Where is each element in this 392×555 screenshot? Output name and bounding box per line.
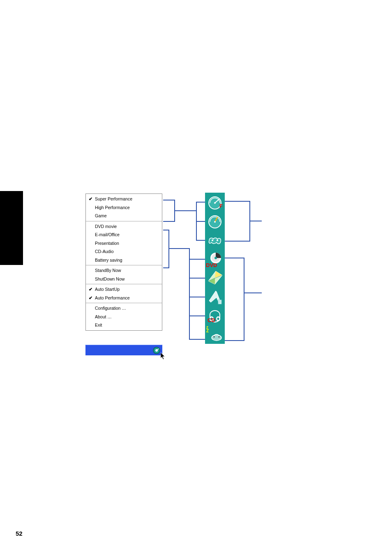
- check-placeholder: [88, 213, 93, 219]
- side-tab: [0, 191, 23, 265]
- menu-item-standby-now[interactable]: StandBy Now: [86, 266, 162, 275]
- menu-item-about[interactable]: About …: [86, 313, 162, 321]
- context-menu: ✔ Super Performance High Performance Gam…: [85, 193, 162, 331]
- menu-item-shutdown-now[interactable]: ShutDown Now: [86, 275, 162, 283]
- menu-item-email-office[interactable]: E-mail/Office: [86, 230, 162, 239]
- menu-group-auto: ✔ Auto StartUp ✔ Auto Performance: [86, 284, 162, 303]
- svg-text:F: F: [219, 203, 223, 209]
- menu-item-configuration[interactable]: Configuration …: [86, 304, 162, 313]
- connector-line: [189, 339, 205, 340]
- connector-line: [189, 278, 205, 279]
- menu-item-label: Auto StartUp: [95, 287, 120, 292]
- page-number: 52: [16, 530, 23, 537]
- connector-line: [196, 240, 205, 241]
- menu-item-auto-performance[interactable]: ✔ Auto Performance: [86, 294, 162, 302]
- connector-line: [174, 210, 197, 211]
- menu-item-label: StandBy Now: [95, 268, 121, 273]
- cursor-icon: [161, 352, 166, 361]
- check-placeholder: [88, 205, 93, 210]
- connector-line: [225, 258, 244, 258]
- connector-line: [168, 230, 169, 268]
- check-placeholder: [88, 305, 93, 311]
- svg-rect-19: [218, 300, 221, 304]
- check-placeholder: [88, 223, 93, 229]
- dvd-movie-icon: DVD: [205, 249, 225, 268]
- menu-item-exit[interactable]: Exit: [86, 321, 162, 329]
- check-placeholder: [88, 240, 93, 246]
- taskbar: [85, 345, 162, 355]
- connector-line: [244, 292, 262, 293]
- menu-item-game[interactable]: Game: [86, 212, 162, 220]
- menu-item-label: Exit: [95, 322, 102, 327]
- presentation-icon: [205, 287, 225, 306]
- menu-group-performance: ✔ Super Performance High Performance Gam…: [86, 194, 162, 221]
- menu-item-label: Super Performance: [95, 196, 132, 201]
- check-placeholder: [88, 249, 93, 254]
- menu-item-label: Game: [95, 213, 107, 218]
- svg-point-28: [219, 336, 220, 338]
- svg-point-5: [214, 202, 216, 204]
- menu-group-power: StandBy Now ShutDown Now: [86, 265, 162, 284]
- battery-saving-icon: zZ: [205, 325, 225, 344]
- svg-point-11: [217, 240, 218, 241]
- menu-item-label: ShutDown Now: [95, 276, 125, 281]
- super-performance-icon: F: [205, 193, 225, 212]
- connector-line: [249, 221, 262, 221]
- menu-item-dvd-movie[interactable]: DVD movie: [86, 222, 162, 231]
- check-placeholder: [88, 322, 93, 328]
- menu-item-label: DVD movie: [95, 224, 117, 229]
- check-placeholder: [88, 276, 93, 282]
- connector-line: [196, 202, 205, 203]
- menu-item-presentation[interactable]: Presentation: [86, 239, 162, 248]
- connector-line: [189, 248, 190, 340]
- svg-point-10: [212, 240, 213, 241]
- cd-audio-icon: CD: [205, 306, 225, 325]
- connector-line: [225, 340, 244, 341]
- svg-marker-15: [208, 271, 222, 284]
- page: 52 ✔ Super Performance High Performance …: [0, 0, 392, 555]
- svg-point-27: [214, 336, 215, 338]
- menu-item-battery-saving[interactable]: Battery saving: [86, 256, 162, 265]
- check-placeholder: [88, 232, 93, 237]
- connector-line: [168, 248, 190, 249]
- menu-item-high-performance[interactable]: High Performance: [86, 203, 162, 212]
- menu-group-media: DVD movie E-mail/Office Presentation CD-…: [86, 221, 162, 266]
- connector-line: [163, 200, 175, 200]
- menu-item-label: E-mail/Office: [95, 232, 120, 237]
- connector-line: [244, 258, 244, 341]
- menu-item-label: About …: [95, 314, 112, 319]
- connector-line: [189, 259, 205, 260]
- high-performance-icon: [205, 212, 225, 230]
- connector-line: [225, 201, 250, 202]
- check-icon: ✔: [88, 286, 93, 292]
- connector-line: [225, 241, 250, 242]
- menu-item-label: CD-Audio: [95, 249, 114, 254]
- game-icon: [205, 230, 225, 249]
- connector-line: [189, 315, 205, 316]
- check-placeholder: [88, 314, 93, 320]
- menu-item-cd-audio[interactable]: CD-Audio: [86, 247, 162, 256]
- svg-point-14: [214, 257, 217, 259]
- menu-item-label: High Performance: [95, 205, 130, 210]
- connector-line: [163, 221, 175, 222]
- icon-column: F DVD: [205, 193, 225, 344]
- connector-line: [196, 221, 205, 222]
- menu-item-label: Battery saving: [95, 258, 122, 263]
- connector-line: [189, 297, 205, 297]
- z-badge: zZ: [206, 325, 209, 333]
- menu-item-auto-startup[interactable]: ✔ Auto StartUp: [86, 285, 162, 294]
- svg-point-25: [217, 318, 219, 320]
- svg-point-9: [214, 221, 216, 223]
- email-office-icon: [205, 268, 225, 287]
- menu-group-misc: Configuration … About … Exit: [86, 303, 162, 330]
- check-icon: ✔: [88, 196, 93, 202]
- check-icon: ✔: [88, 295, 93, 301]
- check-placeholder: [88, 267, 93, 273]
- menu-item-label: Configuration …: [95, 306, 126, 311]
- check-placeholder: [88, 257, 93, 263]
- menu-item-label: Presentation: [95, 241, 119, 246]
- svg-point-26: [212, 335, 221, 341]
- tray-icon[interactable]: [152, 346, 161, 355]
- cd-badge: CD: [208, 317, 215, 323]
- menu-item-super-performance[interactable]: ✔ Super Performance: [86, 195, 162, 203]
